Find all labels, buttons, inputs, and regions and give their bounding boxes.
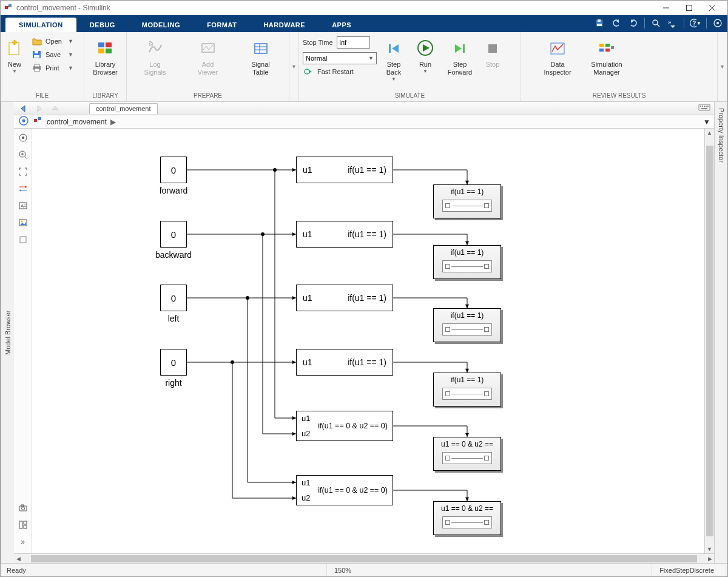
constant-block[interactable]: 0 bbox=[160, 285, 187, 311]
constant-block[interactable]: 0 bbox=[160, 349, 187, 376]
library-group-label: LIBRARY bbox=[88, 91, 123, 100]
save-quick-icon[interactable] bbox=[593, 16, 605, 30]
step-back-button[interactable]: Step Back ▼ bbox=[379, 35, 408, 84]
status-solver[interactable]: FixedStepDiscrete bbox=[652, 564, 721, 576]
svg-rect-57 bbox=[34, 119, 37, 122]
vscrollbar[interactable]: ▲ ▼ bbox=[704, 129, 714, 553]
svg-rect-49 bbox=[700, 106, 701, 107]
run-button[interactable]: Run ▼ bbox=[411, 35, 440, 76]
svg-rect-39 bbox=[463, 44, 465, 53]
constant-label: right bbox=[165, 378, 181, 388]
expand-icon[interactable]: » bbox=[16, 535, 30, 548]
maximize-button[interactable] bbox=[678, 1, 701, 15]
save-button[interactable]: Save▼ bbox=[29, 49, 77, 61]
simulation-manager-button[interactable]: Simulation Manager bbox=[584, 35, 629, 79]
stoptime-label: Stop Time bbox=[303, 39, 333, 46]
svg-rect-71 bbox=[20, 237, 26, 243]
constant-label: forward bbox=[160, 186, 188, 195]
svg-rect-50 bbox=[702, 106, 703, 107]
stop-button[interactable]: Stop bbox=[480, 35, 505, 71]
minimize-button[interactable] bbox=[655, 1, 678, 15]
svg-rect-75 bbox=[19, 521, 22, 528]
svg-rect-1 bbox=[8, 4, 12, 7]
fit-screen-icon[interactable] bbox=[16, 165, 30, 178]
constant-label: left bbox=[168, 314, 180, 323]
nav-back-icon[interactable] bbox=[18, 103, 30, 114]
overflow-icon[interactable]: » bbox=[667, 16, 679, 30]
redo-icon[interactable] bbox=[627, 16, 639, 30]
property-inspector-tab[interactable]: Property Inspector bbox=[714, 102, 727, 563]
constant-block[interactable]: 0 bbox=[160, 221, 187, 248]
if-action-subsystem[interactable]: u1 == 0 & u2 == bbox=[433, 501, 501, 535]
constant-block[interactable]: 0 bbox=[160, 157, 187, 183]
undo-icon[interactable] bbox=[610, 16, 622, 30]
if-action-subsystem[interactable]: if(u1 == 1) bbox=[433, 184, 501, 218]
prepare-group-label: PREPARE bbox=[130, 91, 285, 100]
tab-format[interactable]: FORMAT bbox=[194, 18, 250, 32]
review-group-label: REVIEW RESULTS bbox=[525, 91, 713, 100]
open-button[interactable]: Open▼ bbox=[29, 35, 77, 47]
tab-simulation[interactable]: SIMULATION bbox=[5, 18, 76, 32]
sample-time-icon[interactable] bbox=[16, 182, 30, 195]
prepare-expander[interactable]: ▼ bbox=[289, 32, 299, 101]
svg-rect-26 bbox=[106, 42, 112, 47]
breadcrumb: control_movement ▶ ▼ bbox=[14, 115, 714, 129]
if-block[interactable]: u1if(u1 == 1) bbox=[296, 157, 393, 183]
hscrollbar[interactable]: ◀ ▶ bbox=[14, 553, 714, 563]
breadcrumb-dropdown[interactable]: ▼ bbox=[703, 118, 710, 126]
tab-apps[interactable]: APPS bbox=[318, 18, 365, 32]
new-button[interactable]: New ▼ bbox=[4, 35, 25, 76]
add-viewer-button[interactable]: Add Viewer bbox=[187, 35, 229, 79]
image-icon[interactable] bbox=[16, 216, 30, 229]
simmode-select[interactable]: Normal▼ bbox=[303, 52, 377, 64]
review-expander[interactable]: ▼ bbox=[718, 32, 727, 101]
svg-rect-77 bbox=[24, 525, 27, 528]
model-canvas[interactable]: 0forward0backward0left0rightu1if(u1 == 1… bbox=[32, 129, 704, 553]
keyboard-icon[interactable] bbox=[698, 103, 710, 113]
stoptime-input[interactable] bbox=[337, 36, 370, 49]
if-block[interactable]: u1if(u1 == 1) bbox=[296, 285, 393, 311]
tab-hardware[interactable]: HARDWARE bbox=[250, 18, 318, 32]
screenshot-icon[interactable] bbox=[16, 501, 30, 515]
if-action-subsystem[interactable]: u1 == 0 & u2 == bbox=[433, 437, 501, 471]
svg-rect-7 bbox=[598, 19, 601, 22]
zoom-icon[interactable] bbox=[16, 148, 30, 161]
svg-rect-40 bbox=[488, 44, 497, 53]
target-icon[interactable] bbox=[712, 16, 724, 30]
nav-up-icon[interactable] bbox=[49, 103, 61, 114]
app-icon bbox=[4, 4, 13, 12]
tab-debug[interactable]: DEBUG bbox=[76, 18, 129, 32]
fit-view-icon[interactable] bbox=[16, 131, 30, 144]
print-button[interactable]: Print▼ bbox=[29, 62, 77, 74]
breadcrumb-name[interactable]: control_movement bbox=[47, 118, 107, 126]
if-action-subsystem[interactable]: if(u1 == 1) bbox=[433, 245, 501, 279]
search-icon[interactable] bbox=[650, 16, 662, 30]
area-icon[interactable] bbox=[16, 233, 30, 246]
if-block[interactable]: u1if(u1 == 1) bbox=[296, 349, 393, 376]
nav-forward-icon[interactable] bbox=[33, 103, 46, 114]
signal-table-button[interactable]: Signal Table bbox=[240, 35, 282, 79]
if-block[interactable]: u1 u2 if(u1 == 0 & u2 == 0) bbox=[296, 411, 393, 441]
library-browser-button[interactable]: Library Browser bbox=[89, 35, 123, 79]
model-browser-tab[interactable]: Model Browser bbox=[1, 102, 14, 563]
close-button[interactable] bbox=[701, 1, 724, 15]
svg-rect-27 bbox=[98, 49, 104, 53]
breadcrumb-arrow-icon[interactable]: ▶ bbox=[110, 118, 116, 126]
model-icon[interactable] bbox=[18, 116, 30, 127]
help-icon[interactable]: ?▼ bbox=[689, 16, 701, 30]
if-action-subsystem[interactable]: if(u1 == 1) bbox=[433, 373, 501, 407]
fast-restart-button[interactable]: Fast Restart bbox=[303, 66, 377, 77]
annotation-icon[interactable]: A≡ bbox=[16, 199, 30, 212]
if-block[interactable]: u1if(u1 == 1) bbox=[296, 221, 393, 248]
if-block[interactable]: u1 u2 if(u1 == 0 & u2 == 0) bbox=[296, 475, 393, 505]
status-zoom[interactable]: 150% bbox=[326, 564, 359, 576]
panel-icon[interactable] bbox=[16, 518, 30, 531]
step-forward-button[interactable]: Step Forward bbox=[442, 35, 477, 79]
data-inspector-button[interactable]: Data Inspector bbox=[537, 35, 578, 79]
model-tab[interactable]: control_movement bbox=[89, 103, 158, 114]
log-signals-button[interactable]: Log Signals bbox=[134, 35, 177, 79]
tab-modeling[interactable]: MODELING bbox=[129, 18, 194, 32]
if-action-subsystem[interactable]: if(u1 == 1) bbox=[433, 308, 501, 342]
svg-rect-8 bbox=[597, 24, 602, 26]
svg-rect-24 bbox=[35, 69, 39, 72]
